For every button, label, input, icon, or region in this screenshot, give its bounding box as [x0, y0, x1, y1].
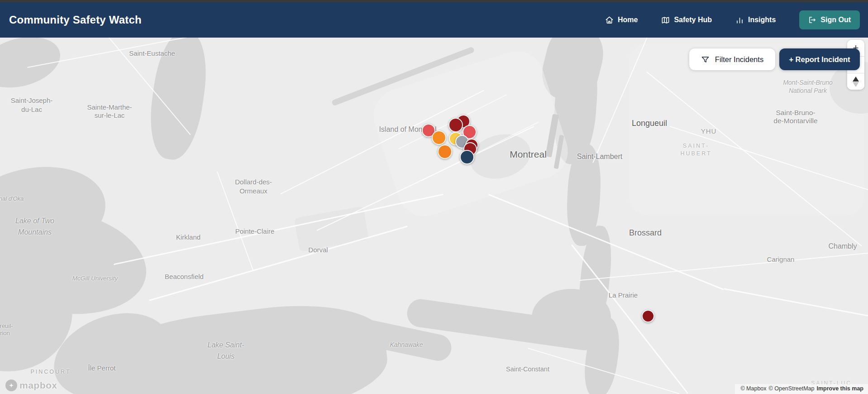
navbar: Community Safety Watch Home Safety Hub I… [0, 2, 868, 38]
sign-out-icon [808, 16, 816, 24]
attribution-mapbox-link[interactable]: © Mapbox [740, 385, 766, 392]
incident-marker[interactable] [460, 150, 474, 164]
navbar-links: Home Safety Hub Insights Sign Out [605, 10, 860, 29]
map-icon [661, 16, 670, 24]
funnel-icon [701, 55, 710, 64]
mapbox-star-icon [8, 382, 15, 389]
incident-marker[interactable] [438, 144, 452, 159]
nav-insights-label: Insights [748, 16, 776, 24]
map-attribution: © Mapbox © OpenStreetMap Improve this ma… [735, 384, 868, 394]
nav-safety-hub-label: Safety Hub [674, 16, 712, 24]
app-window: Community Safety Watch Home Safety Hub I… [0, 0, 868, 394]
improve-this-map-link[interactable]: Improve this map [817, 385, 864, 392]
app-title: Community Safety Watch [9, 14, 142, 26]
filter-incidents-button[interactable]: Filter Incidents [689, 48, 775, 70]
filter-incidents-label: Filter Incidents [715, 55, 763, 64]
incident-marker[interactable] [432, 130, 446, 145]
mapbox-logo-icon [5, 380, 17, 391]
attribution-osm-link[interactable]: © OpenStreetMap [769, 385, 815, 392]
home-icon [605, 16, 614, 24]
nav-home-label: Home [618, 16, 638, 24]
compass-south-icon [853, 82, 859, 87]
incident-marker[interactable] [642, 310, 654, 322]
mapbox-logo-text: mapbox [19, 380, 57, 391]
sign-out-button[interactable]: Sign Out [799, 10, 860, 29]
nav-insights[interactable]: Insights [735, 16, 776, 24]
incident-marker[interactable] [448, 118, 463, 132]
compass-north-icon [853, 77, 859, 82]
nav-home[interactable]: Home [605, 16, 638, 24]
bar-chart-icon [735, 16, 744, 24]
nav-safety-hub[interactable]: Safety Hub [661, 16, 712, 24]
sign-out-label: Sign Out [820, 16, 851, 24]
report-incident-button[interactable]: + Report Incident [779, 48, 860, 70]
compass-button[interactable] [847, 73, 864, 90]
mapbox-logo[interactable]: mapbox [5, 380, 57, 391]
window-top-strip [0, 0, 868, 2]
